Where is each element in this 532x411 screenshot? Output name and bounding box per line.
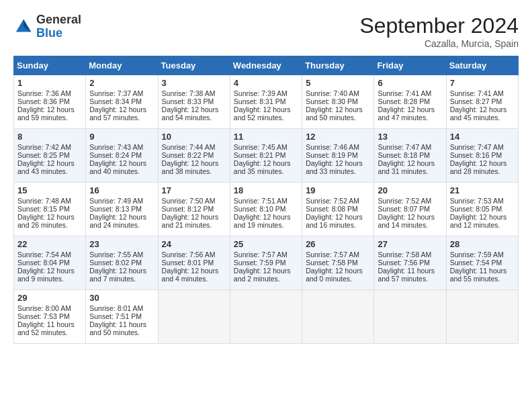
sunset-text: Sunset: 8:24 PM bbox=[89, 151, 154, 159]
calendar-cell: 4Sunrise: 7:39 AMSunset: 8:31 PMDaylight… bbox=[230, 75, 302, 129]
sunset-text: Sunset: 8:34 PM bbox=[89, 97, 154, 105]
day-number: 18 bbox=[234, 185, 298, 195]
day-number: 10 bbox=[162, 132, 226, 142]
daylight-text: Daylight: 12 hours and 33 minutes. bbox=[306, 159, 370, 175]
calendar-cell: 17Sunrise: 7:50 AMSunset: 8:12 PMDayligh… bbox=[158, 183, 230, 236]
days-header-row: SundayMondayTuesdayWednesdayThursdayFrid… bbox=[14, 56, 519, 75]
sunset-text: Sunset: 8:18 PM bbox=[378, 151, 442, 159]
day-number: 15 bbox=[17, 185, 82, 195]
week-row-4: 22Sunrise: 7:54 AMSunset: 8:04 PMDayligh… bbox=[14, 236, 519, 290]
daylight-text: Daylight: 11 hours and 55 minutes. bbox=[450, 267, 515, 283]
day-number: 8 bbox=[17, 132, 82, 142]
day-number: 27 bbox=[378, 239, 442, 249]
daylight-text: Daylight: 12 hours and 4 minutes. bbox=[162, 267, 226, 283]
sunset-text: Sunset: 7:51 PM bbox=[89, 312, 154, 320]
day-number: 13 bbox=[378, 132, 442, 142]
calendar-cell: 29Sunrise: 8:00 AMSunset: 7:53 PMDayligh… bbox=[14, 290, 86, 344]
day-number: 19 bbox=[306, 185, 370, 195]
calendar-cell: 5Sunrise: 7:40 AMSunset: 8:30 PMDaylight… bbox=[302, 75, 374, 129]
title-section: September 2024 Cazalla, Murcia, Spain bbox=[359, 13, 519, 49]
sunrise-text: Sunrise: 7:46 AM bbox=[306, 143, 370, 151]
sunrise-text: Sunrise: 7:48 AM bbox=[17, 197, 82, 205]
day-number: 23 bbox=[89, 239, 154, 249]
sunset-text: Sunset: 7:58 PM bbox=[306, 259, 370, 267]
sunrise-text: Sunrise: 7:51 AM bbox=[234, 197, 298, 205]
day-number: 30 bbox=[89, 293, 154, 303]
daylight-text: Daylight: 12 hours and 12 minutes. bbox=[450, 213, 515, 229]
daylight-text: Daylight: 12 hours and 57 minutes. bbox=[89, 105, 154, 122]
daylight-text: Daylight: 12 hours and 2 minutes. bbox=[234, 267, 298, 283]
calendar-table: SundayMondayTuesdayWednesdayThursdayFrid… bbox=[13, 56, 519, 344]
day-header-friday: Friday bbox=[374, 56, 446, 75]
week-row-5: 29Sunrise: 8:00 AMSunset: 7:53 PMDayligh… bbox=[14, 290, 519, 344]
sunset-text: Sunset: 7:59 PM bbox=[234, 259, 298, 267]
calendar-cell: 3Sunrise: 7:38 AMSunset: 8:33 PMDaylight… bbox=[158, 75, 230, 129]
daylight-text: Daylight: 12 hours and 38 minutes. bbox=[162, 159, 226, 175]
sunrise-text: Sunrise: 7:47 AM bbox=[450, 143, 515, 151]
logo-general: General bbox=[36, 13, 81, 27]
sunrise-text: Sunrise: 8:00 AM bbox=[17, 304, 82, 312]
calendar-cell: 14Sunrise: 7:47 AMSunset: 8:16 PMDayligh… bbox=[446, 129, 518, 183]
calendar-cell: 20Sunrise: 7:52 AMSunset: 8:07 PMDayligh… bbox=[374, 183, 446, 236]
daylight-text: Daylight: 12 hours and 35 minutes. bbox=[234, 159, 298, 175]
day-header-tuesday: Tuesday bbox=[158, 56, 230, 75]
day-number: 24 bbox=[162, 239, 226, 249]
calendar-cell: 30Sunrise: 8:01 AMSunset: 7:51 PMDayligh… bbox=[86, 290, 158, 344]
calendar-cell: 9Sunrise: 7:43 AMSunset: 8:24 PMDaylight… bbox=[86, 129, 158, 183]
calendar-cell bbox=[446, 290, 518, 344]
sunrise-text: Sunrise: 7:38 AM bbox=[162, 89, 226, 97]
sunrise-text: Sunrise: 7:47 AM bbox=[378, 143, 442, 151]
day-number: 29 bbox=[17, 293, 82, 303]
calendar-cell: 21Sunrise: 7:53 AMSunset: 8:05 PMDayligh… bbox=[446, 183, 518, 236]
daylight-text: Daylight: 12 hours and 52 minutes. bbox=[234, 105, 298, 122]
sunset-text: Sunset: 8:25 PM bbox=[17, 151, 82, 159]
day-number: 12 bbox=[306, 132, 370, 142]
sunset-text: Sunset: 8:30 PM bbox=[306, 97, 370, 105]
week-row-3: 15Sunrise: 7:48 AMSunset: 8:15 PMDayligh… bbox=[14, 183, 519, 236]
daylight-text: Daylight: 12 hours and 19 minutes. bbox=[234, 213, 298, 229]
calendar-cell: 26Sunrise: 7:57 AMSunset: 7:58 PMDayligh… bbox=[302, 236, 374, 290]
sunrise-text: Sunrise: 7:54 AM bbox=[17, 250, 82, 259]
daylight-text: Daylight: 12 hours and 31 minutes. bbox=[378, 159, 442, 175]
sunrise-text: Sunrise: 7:52 AM bbox=[378, 197, 442, 205]
calendar-cell: 10Sunrise: 7:44 AMSunset: 8:22 PMDayligh… bbox=[158, 129, 230, 183]
day-number: 26 bbox=[306, 239, 370, 249]
day-header-sunday: Sunday bbox=[14, 56, 86, 75]
day-number: 1 bbox=[17, 78, 82, 88]
daylight-text: Daylight: 12 hours and 24 minutes. bbox=[89, 213, 154, 229]
daylight-text: Daylight: 12 hours and 54 minutes. bbox=[162, 105, 226, 122]
sunrise-text: Sunrise: 7:53 AM bbox=[450, 197, 515, 205]
day-number: 7 bbox=[450, 78, 515, 88]
daylight-text: Daylight: 12 hours and 14 minutes. bbox=[378, 213, 442, 229]
calendar-cell: 15Sunrise: 7:48 AMSunset: 8:15 PMDayligh… bbox=[14, 183, 86, 236]
sunset-text: Sunset: 8:10 PM bbox=[234, 205, 298, 213]
daylight-text: Daylight: 12 hours and 7 minutes. bbox=[89, 267, 154, 283]
daylight-text: Daylight: 12 hours and 40 minutes. bbox=[89, 159, 154, 175]
sunrise-text: Sunrise: 7:58 AM bbox=[378, 250, 442, 259]
page-header: General Blue September 2024 Cazalla, Mur… bbox=[13, 13, 519, 49]
day-number: 16 bbox=[89, 185, 154, 195]
sunset-text: Sunset: 8:13 PM bbox=[89, 205, 154, 213]
sunset-text: Sunset: 8:31 PM bbox=[234, 97, 298, 105]
sunrise-text: Sunrise: 7:39 AM bbox=[234, 89, 298, 97]
daylight-text: Daylight: 12 hours and 9 minutes. bbox=[17, 267, 82, 283]
sunrise-text: Sunrise: 7:42 AM bbox=[17, 143, 82, 151]
calendar-cell bbox=[302, 290, 374, 344]
daylight-text: Daylight: 12 hours and 28 minutes. bbox=[450, 159, 515, 175]
day-number: 5 bbox=[306, 78, 370, 88]
day-header-wednesday: Wednesday bbox=[230, 56, 302, 75]
sunset-text: Sunset: 8:12 PM bbox=[162, 205, 226, 213]
location: Cazalla, Murcia, Spain bbox=[359, 38, 519, 49]
day-number: 4 bbox=[234, 78, 298, 88]
day-number: 21 bbox=[450, 185, 515, 195]
day-number: 3 bbox=[162, 78, 226, 88]
daylight-text: Daylight: 12 hours and 59 minutes. bbox=[17, 105, 82, 122]
calendar-cell: 16Sunrise: 7:49 AMSunset: 8:13 PMDayligh… bbox=[86, 183, 158, 236]
sunset-text: Sunset: 8:01 PM bbox=[162, 259, 226, 267]
sunrise-text: Sunrise: 7:41 AM bbox=[450, 89, 515, 97]
calendar-cell: 19Sunrise: 7:52 AMSunset: 8:08 PMDayligh… bbox=[302, 183, 374, 236]
sunrise-text: Sunrise: 7:56 AM bbox=[162, 250, 226, 259]
calendar-cell: 13Sunrise: 7:47 AMSunset: 8:18 PMDayligh… bbox=[374, 129, 446, 183]
sunset-text: Sunset: 8:15 PM bbox=[17, 205, 82, 213]
day-number: 25 bbox=[234, 239, 298, 249]
